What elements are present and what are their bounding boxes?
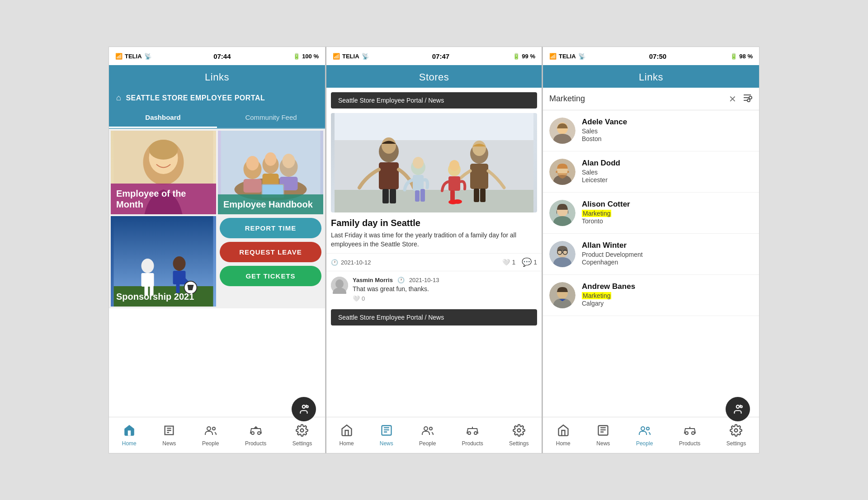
screen1-links: 📶 TELIA 📡 07:44 🔋 100 % Links ⌂ SEATTLE … bbox=[108, 47, 326, 453]
nav-home-label-3: Home bbox=[556, 440, 571, 447]
dept-highlight-alison: Marketing bbox=[582, 210, 611, 217]
screen2-title: Stores bbox=[419, 71, 449, 83]
people-list: Adele Vance Sales Boston bbox=[543, 110, 759, 421]
search-input[interactable] bbox=[549, 94, 724, 104]
screen2-header: Stores bbox=[326, 65, 542, 88]
nav-settings-1[interactable]: Settings bbox=[292, 424, 312, 447]
nav-news-3[interactable]: News bbox=[596, 424, 610, 447]
comment-reaction[interactable]: 💬 1 bbox=[522, 257, 537, 267]
time-2: 07:47 bbox=[432, 52, 449, 60]
nav-people-label-1: People bbox=[202, 440, 219, 447]
clock-icon-article: 🕐 bbox=[331, 259, 338, 266]
search-bar: ✕ bbox=[543, 88, 759, 110]
person-info-alan-dodd: Alan Dodd Sales Leicester bbox=[582, 159, 620, 184]
person-dept-allan-winter: Product Development bbox=[582, 251, 643, 258]
svg-point-3 bbox=[149, 140, 178, 160]
screen3-header: Links bbox=[543, 65, 759, 88]
breadcrumb-2: Seattle Store Employee Portal / News bbox=[331, 309, 537, 325]
bottom-nav-1: Home News bbox=[109, 417, 325, 453]
person-city-alan-dodd: Leicester bbox=[582, 176, 620, 184]
nav-news-1[interactable]: News bbox=[162, 424, 176, 447]
avatar-alison-cotter bbox=[549, 200, 576, 226]
battery-icon-3: 🔋 bbox=[730, 53, 737, 60]
nav-people-1[interactable]: People bbox=[202, 424, 219, 447]
comment-like[interactable]: 🤍 0 bbox=[353, 295, 439, 302]
nav-home-3[interactable]: Home bbox=[556, 424, 571, 447]
svg-point-65 bbox=[468, 432, 471, 434]
nav-home-1[interactable]: Home bbox=[122, 424, 137, 447]
nav-home-2[interactable]: Home bbox=[340, 424, 354, 447]
settings-nav-icon-3 bbox=[730, 424, 742, 439]
report-time-button[interactable]: REPORT TIME bbox=[220, 218, 321, 238]
grid-item-sponsorship[interactable]: Sponsorship 2021 bbox=[111, 216, 216, 307]
svg-point-39 bbox=[382, 137, 396, 154]
svg-rect-47 bbox=[480, 189, 486, 202]
wifi-icon-2: 📡 bbox=[362, 53, 369, 60]
svg-rect-27 bbox=[263, 185, 283, 195]
person-city-allan-winter: Copenhagen bbox=[582, 259, 643, 266]
breadcrumb-1: Seattle Store Employee Portal / News bbox=[331, 92, 537, 108]
person-dept-andrew-banes: Marketing bbox=[582, 292, 635, 299]
avatar-allan-winter bbox=[549, 241, 576, 267]
person-item-alison-cotter[interactable]: Alison Cotter Marketing Toronto bbox=[543, 193, 759, 234]
svg-point-21 bbox=[283, 154, 295, 168]
person-item-alan-dodd[interactable]: Alan Dodd Sales Leicester bbox=[543, 151, 759, 193]
screen2-content: Seattle Store Employee Portal / News bbox=[326, 88, 542, 439]
svg-point-96 bbox=[685, 432, 688, 434]
nav-people-3[interactable]: People bbox=[636, 424, 653, 447]
person-item-allan-winter[interactable]: Allan Winter Product Development Copenha… bbox=[543, 234, 759, 275]
products-nav-icon-2 bbox=[466, 424, 479, 439]
avatar-alan-dodd bbox=[549, 159, 576, 185]
nav-settings-3[interactable]: Settings bbox=[726, 424, 746, 447]
svg-rect-37 bbox=[335, 190, 533, 212]
nav-products-label-2: Products bbox=[462, 440, 483, 447]
nav-news-label-3: News bbox=[596, 440, 610, 447]
get-tickets-button[interactable]: GET TICKETS bbox=[220, 266, 321, 286]
svg-rect-41 bbox=[382, 189, 389, 203]
nav-home-label-2: Home bbox=[340, 440, 354, 447]
nav-products-3[interactable]: Products bbox=[679, 424, 700, 447]
battery-icon-1: 🔋 bbox=[293, 53, 300, 60]
person-item-andrew-banes[interactable]: Andrew Banes Marketing Calgary bbox=[543, 275, 759, 316]
nav-news-label-2: News bbox=[380, 440, 393, 447]
products-nav-icon-3 bbox=[683, 424, 697, 439]
nav-news-2[interactable]: News bbox=[380, 424, 393, 447]
grid-item-handbook[interactable]: Employee Handbook bbox=[218, 131, 323, 214]
svg-point-67 bbox=[517, 429, 520, 432]
handbook-label: Employee Handbook bbox=[218, 194, 323, 214]
tab-dashboard[interactable]: Dashboard bbox=[109, 108, 217, 128]
signal-bars-1: 📶 bbox=[115, 53, 123, 60]
comment-like-count: 0 bbox=[362, 295, 365, 302]
grid-item-eom[interactable]: Employee of the Month bbox=[111, 131, 216, 214]
sponsorship-label: Sponsorship 2021 bbox=[116, 292, 194, 302]
article-excerpt: Last Friday it was time for the yearly t… bbox=[326, 231, 542, 253]
person-name-andrew-banes: Andrew Banes bbox=[582, 282, 635, 291]
svg-point-54 bbox=[449, 160, 459, 171]
request-leave-button[interactable]: REQUEST LEAVE bbox=[220, 242, 321, 262]
clear-search-icon[interactable]: ✕ bbox=[729, 94, 736, 104]
filter-icon[interactable] bbox=[742, 92, 753, 105]
time-1: 07:44 bbox=[213, 52, 231, 60]
fab-button-1[interactable] bbox=[292, 397, 316, 421]
battery-pct-2: 99 % bbox=[522, 53, 535, 60]
nav-settings-2[interactable]: Settings bbox=[509, 424, 528, 447]
svg-point-58 bbox=[453, 199, 462, 204]
bottom-nav-2: Home News bbox=[326, 417, 542, 453]
signal-bars-2: 📶 bbox=[333, 53, 340, 60]
nav-products-1[interactable]: Products bbox=[245, 424, 266, 447]
fab-button-3[interactable] bbox=[726, 397, 750, 421]
tab-community-feed[interactable]: Community Feed bbox=[217, 108, 325, 128]
news-image bbox=[331, 113, 537, 212]
svg-rect-7 bbox=[142, 273, 154, 287]
article-reactions: 🤍 1 💬 1 bbox=[502, 257, 537, 267]
like-reaction[interactable]: 🤍 1 bbox=[502, 259, 515, 266]
nav-products-2[interactable]: Products bbox=[462, 424, 483, 447]
svg-rect-40 bbox=[379, 162, 399, 189]
like-count: 1 bbox=[512, 259, 515, 266]
svg-point-94 bbox=[641, 427, 645, 430]
nav-people-2[interactable]: People bbox=[419, 424, 436, 447]
screen1-header: Links bbox=[109, 65, 325, 88]
person-item-adele-vance[interactable]: Adele Vance Sales Boston bbox=[543, 110, 759, 151]
svg-rect-19 bbox=[244, 179, 262, 193]
svg-point-24 bbox=[265, 152, 277, 166]
